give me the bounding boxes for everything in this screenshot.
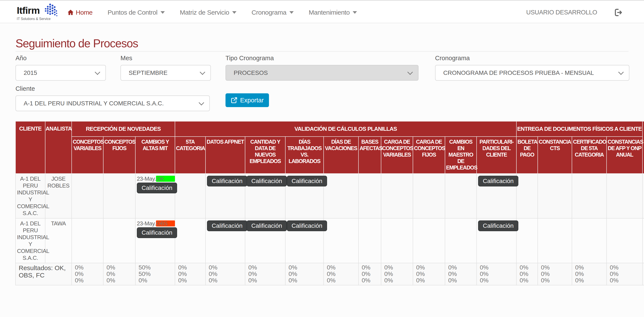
cronograma-select[interactable]: CRONOGRAMA DE PROCESOS PRUEBA - MENSUAL [435,65,629,81]
ano-label: Año [16,55,27,62]
brand-logo[interactable]: Itfirm IT Solutions & Service [17,3,73,22]
results-label: Resultados: OK, OBS, FC [16,263,72,285]
cronograma-label: Cronograma [435,55,470,62]
navbar: Itfirm IT Solutions & Service Home Punto… [0,0,644,23]
mes-label: Mes [120,55,132,62]
result-cell: 0% 0% 0% [606,263,642,285]
cliente-label: Cliente [16,85,35,92]
results-row: Resultados: OK, OBS, FC 0% 0% 0% 0% 0% 0… [16,263,644,285]
cell-analista: JOSE ROBLES [45,174,72,218]
title-divider [16,51,628,52]
result-cell: 0% 0% 0% [285,263,324,285]
calificacion-button[interactable]: Calificación [207,220,247,231]
result-cell: 0% 0% 0% [245,263,285,285]
cell-cambios-altas: 23-May.OBS Calificación [135,218,175,263]
col-header-cambios-maestro: CAMBIOS EN MAESTRO DE EMPLEADOS [445,137,476,174]
brand-dots-graphic [44,2,66,18]
group-header-entrega: ENTREGA DE DOCUMENTOS FÍSICOS A CLIENTE [516,121,642,137]
tipo-cronograma-value: PROCESOS [234,69,268,76]
tipo-cronograma-label: Tipo Cronograma [226,55,274,62]
cell-cambios-altas: 23-May.OK Calificación [135,174,175,218]
result-cell: 50% 50% 0% [135,263,175,285]
col-header-cliente: CLIENTE [16,121,45,174]
col-header-dias-vacaciones: DÍAS DE VACACIONES [324,137,358,174]
tipo-cronograma-select[interactable]: PROCESOS [226,65,418,81]
result-cell: 0% 0% 0% [445,263,476,285]
mes-value: SEPTIEMBRE [129,69,168,76]
nav-matriz-label: Matriz de Servicio [180,9,229,16]
col-header-cambios-altas: CAMBIOS Y ALTAS MIT [135,137,175,174]
mes-select[interactable]: SEPTIEMBRE [120,65,211,81]
result-cell: 0% 0% 0% [413,263,445,285]
status-badge-obs: OBS [156,220,175,227]
status-badge-ok: OK [156,176,175,182]
calificacion-button[interactable]: Calificación [207,176,247,186]
chevron-down-icon [290,11,294,14]
cell-analista: TAWA [45,218,72,263]
nav-puntos-de-control[interactable]: Puntos de Control [108,9,165,16]
chevron-down-icon [95,69,100,75]
result-cell: 0% 0% 0% [572,263,606,285]
export-button[interactable]: Exportar [226,93,269,107]
calificacion-button[interactable]: Calificación [246,176,287,186]
result-cell: 0% 0% 0% [538,263,572,285]
nav-mantenimiento-label: Mantenimiento [309,9,350,16]
col-header-dias-trabajados: DÍAS TRABAJADOS VS. LABORADOS [285,137,324,174]
nav-home-label: Home [76,9,92,16]
ano-value: 2015 [24,69,37,76]
nav-mantenimiento[interactable]: Mantenimiento [309,9,357,16]
home-icon [67,9,74,16]
col-header-datos-afpnet: DATOS AFPNET [206,137,245,174]
group-header-cutoff [642,121,644,174]
nav-matriz-de-servicio[interactable]: Matriz de Servicio [180,9,236,16]
nav-cronograma-label: Cronograma [252,9,286,16]
cell-cliente: A-1 DEL PERU INDUSTRIAL Y COMERCIAL S.A.… [16,174,45,218]
nav-menu: Home Puntos de Control Matriz de Servici… [67,1,372,23]
chevron-down-icon [618,69,624,75]
table-row-1: A-1 DEL PERU INDUSTRIAL Y COMERCIAL S.A.… [16,174,644,218]
col-header-carga-variables: CARGA DE CONCEPTOS VARIABLES [381,137,413,174]
col-header-conceptos-fijos: CONCEPTOS FIJOS [103,137,135,174]
cliente-select[interactable]: A-1 DEL PERU INDUSTRIAL Y COMERCIAL S.A.… [16,95,210,111]
chevron-down-icon [407,69,413,75]
calificacion-button[interactable]: Calificación [137,227,177,238]
col-header-constancias-afp: CONSTANCIAS DE AFP Y ONP ANUAL [606,137,642,174]
ano-select[interactable]: 2015 [16,65,106,81]
col-header-bases-afectas: BASES AFECTAS [358,137,381,174]
nav-home[interactable]: Home [67,9,92,16]
export-label: Exportar [240,97,264,104]
calificacion-button[interactable]: Calificación [246,220,287,231]
fecha-text: 23-May. [137,176,156,182]
col-header-boleta-pago: BOLETA DE PAGO [516,137,538,174]
process-table: CLIENTE ANALISTA RECEPCIÓN DE NOVEDADES … [15,121,644,285]
col-header-analista: ANALISTA [45,121,72,174]
cronograma-value: CRONOGRAMA DE PROCESOS PRUEBA - MENSUAL [443,69,594,76]
col-header-constancia-cts: CONSTANCIA CTS [538,137,572,174]
calificacion-button[interactable]: Calificación [478,176,518,186]
result-cell: 0% 0% 0% [358,263,381,285]
col-header-5ta-categoria: 5TA CATEGORIA [175,137,206,174]
calificacion-button[interactable]: Calificación [287,176,327,186]
nav-puntos-label: Puntos de Control [108,9,158,16]
navbar-user[interactable]: USUARIO DESARROLLO [526,9,597,16]
calificacion-button[interactable]: Calificación [137,183,177,193]
chevron-down-icon [232,11,236,14]
cell-cliente: A-1 DEL PERU INDUSTRIAL Y COMERCIAL S.A.… [16,218,45,263]
table-row-2: A-1 DEL PERU INDUSTRIAL Y COMERCIAL S.A.… [16,218,644,263]
brand-tagline: IT Solutions & Service [17,17,50,21]
nav-cronograma[interactable]: Cronograma [252,9,294,16]
col-header-particularidades: PARTICULARI-DADES DEL CLIENTE [476,137,516,174]
result-cell: 0% 0% 0% [324,263,358,285]
col-header-conceptos-variables: CONCEPTOS VARIABLES [72,137,103,174]
page-title: Seguimiento de Procesos [16,37,138,50]
logout-icon[interactable] [614,8,623,17]
group-header-validacion: VALIDACIÓN DE CÁLCULOS PLANILLAS [175,121,516,137]
export-icon [231,97,238,104]
result-cell: 0% 0% 0% [476,263,516,285]
result-cell: 0% 0% 0% [72,263,103,285]
calificacion-button[interactable]: Calificación [478,220,518,231]
result-cell: 0% 0% 0% [516,263,538,285]
chevron-down-icon [200,69,205,75]
calificacion-button[interactable]: Calificación [287,220,327,231]
result-cell: 0% 0% 0% [206,263,245,285]
